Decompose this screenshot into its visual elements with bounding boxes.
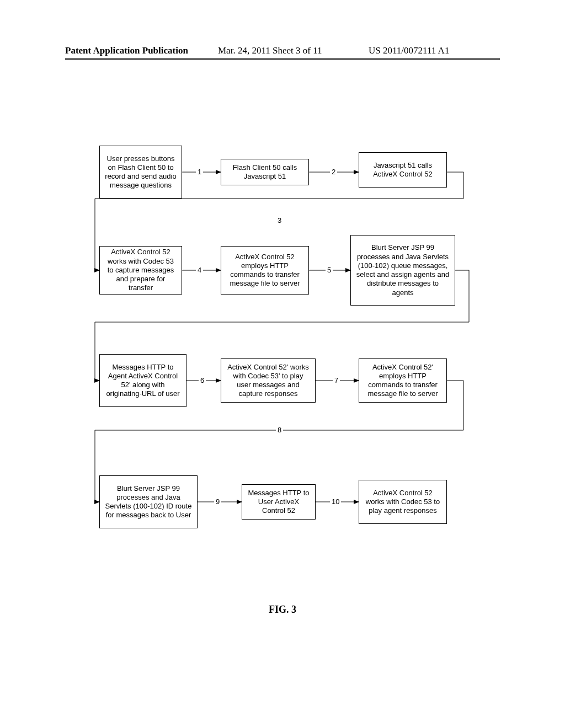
arrow-label-3: 3 — [276, 216, 283, 224]
arrow-label-6: 6 — [199, 376, 206, 384]
flow-node-b10: Blurt Server JSP 99 processes and Java S… — [99, 475, 198, 528]
flow-node-b6: Blurt Server JSP 99 processes and Java S… — [350, 235, 455, 306]
figure-caption: FIG. 3 — [0, 604, 565, 615]
arrow-label-5: 5 — [326, 266, 333, 274]
page: Patent Application Publication Mar. 24, … — [0, 0, 565, 728]
flow-node-b8: ActiveX Control 52' works with Codec 53'… — [221, 358, 316, 403]
flow-diagram: User presses buttons on Flash Client 50 … — [0, 0, 565, 728]
flow-node-b11: Messages HTTP to User ActiveX Control 52 — [242, 484, 316, 520]
flow-node-b5: ActiveX Control 52 employs HTTP commands… — [221, 246, 309, 295]
flow-node-b2: Flash Client 50 calls Javascript 51 — [221, 159, 309, 185]
arrow-label-4: 4 — [196, 266, 203, 274]
arrow-label-1: 1 — [196, 168, 203, 176]
flow-node-b1: User presses buttons on Flash Client 50 … — [99, 146, 182, 199]
arrow-label-7: 7 — [333, 376, 340, 384]
flow-node-b3: Javascript 51 calls ActiveX Control 52 — [359, 152, 447, 188]
arrow-label-2: 2 — [330, 168, 337, 176]
arrow-label-9: 9 — [214, 497, 221, 506]
flow-node-b9: ActiveX Control 52' employs HTTP command… — [359, 358, 447, 403]
flow-node-b4: ActiveX Control 52 works with Codec 53 t… — [99, 246, 182, 295]
arrow-label-10: 10 — [330, 497, 341, 506]
arrow-label-8: 8 — [276, 426, 283, 434]
flow-node-b12: ActiveX Control 52 works with Codec 53 t… — [359, 480, 447, 524]
flow-node-b7: Messages HTTP to Agent ActiveX Control 5… — [99, 354, 186, 407]
